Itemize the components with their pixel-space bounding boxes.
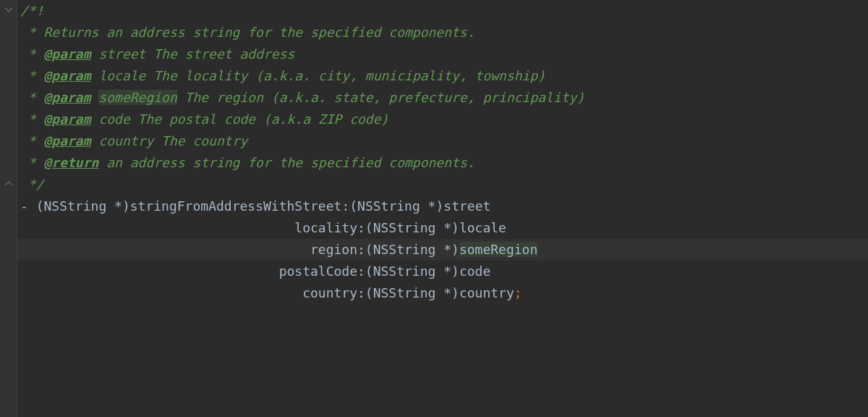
doc-tag-param: @param: [44, 46, 91, 62]
param-name-highlighted: someRegion: [459, 242, 537, 257]
param-name: code: [459, 264, 490, 279]
doc-desc: The street address: [153, 46, 294, 62]
doc-tag-return: @return: [44, 155, 99, 170]
doc-close: */: [20, 177, 44, 192]
doc-open: /*!: [20, 3, 44, 18]
doc-desc: The locality (a.k.a. city, municipality,…: [153, 68, 545, 83]
param-name: country: [459, 285, 514, 300]
svg-rect-0: [5, 7, 13, 14]
param-name: locale: [459, 220, 506, 235]
method-name: region: [310, 242, 357, 257]
doc-line: * @param street The street address: [17, 43, 868, 65]
fold-start-icon[interactable]: [0, 0, 17, 22]
doc-line: * @param locale The locality (a.k.a. cit…: [17, 65, 868, 87]
doc-line: * @param code The postal code (a.k.a ZIP…: [17, 109, 868, 130]
doc-tag-param: @param: [44, 68, 91, 83]
semicolon: ;: [514, 285, 522, 300]
param-name: street: [443, 198, 490, 214]
doc-line: * @param country The country: [17, 130, 868, 152]
doc-desc: The country: [161, 133, 247, 148]
doc-param-name: country: [98, 133, 153, 148]
method-name: stringFromAddressWithStreet: [130, 198, 342, 214]
param-type: NSString: [373, 220, 436, 235]
method-signature-line-active: region:(NSString *)someRegion: [17, 239, 868, 261]
doc-line: /*!: [17, 0, 868, 22]
param-type: NSString: [373, 242, 436, 257]
doc-desc: The region (a.k.a. state, prefecture, pr…: [185, 90, 585, 105]
method-signature-line: country:(NSString *)country;: [17, 282, 868, 304]
doc-text: Returns an address string for the specif…: [44, 25, 475, 40]
doc-tag-param: @param: [44, 133, 91, 148]
method-name: postalCode: [279, 264, 357, 279]
doc-line: * Returns an address string for the spec…: [17, 22, 868, 43]
doc-param-name: code: [98, 111, 129, 127]
doc-param-name: locale: [98, 68, 145, 83]
return-type: NSString: [44, 198, 107, 214]
editor-gutter: 💡: [0, 0, 17, 417]
doc-param-name: street: [98, 46, 145, 62]
doc-line: */: [17, 174, 868, 195]
doc-tag-param: @param: [44, 111, 91, 127]
doc-desc: an address string for the specified comp…: [106, 155, 475, 170]
param-type: NSString: [357, 198, 420, 214]
doc-line: * @param someRegion The region (a.k.a. s…: [17, 87, 868, 109]
doc-desc: The postal code (a.k.a ZIP code): [138, 111, 389, 127]
doc-param-name-highlighted: someRegion: [98, 90, 176, 105]
code-editor[interactable]: /*! * Returns an address string for the …: [17, 0, 868, 417]
method-name: locality: [294, 220, 357, 235]
param-type: NSString: [373, 285, 436, 300]
method-signature-line: postalCode:(NSString *)code: [17, 261, 868, 282]
fold-end-icon[interactable]: [0, 174, 17, 195]
doc-tag-param: @param: [44, 90, 91, 105]
method-signature-line: - (NSString *)stringFromAddressWithStree…: [17, 195, 868, 217]
method-name: country: [302, 285, 357, 300]
method-signature-line: locality:(NSString *)locale: [17, 217, 868, 239]
doc-line: * @return an address string for the spec…: [17, 152, 868, 174]
param-type: NSString: [373, 264, 436, 279]
